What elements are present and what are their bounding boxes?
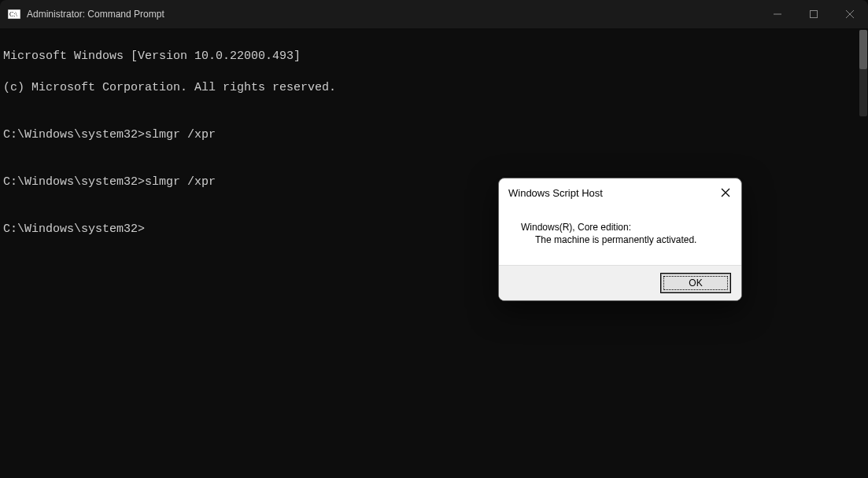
window-title: Administrator: Command Prompt	[27, 9, 164, 20]
terminal-line: Microsoft Windows [Version 10.0.22000.49…	[3, 49, 865, 64]
terminal-line: (c) Microsoft Corporation. All rights re…	[3, 80, 865, 96]
dialog-message-line1: Windows(R), Core edition:	[521, 221, 732, 233]
svg-text:C:\: C:\	[9, 11, 18, 18]
dialog-footer: OK	[499, 265, 741, 300]
maximize-button[interactable]	[796, 0, 832, 28]
dialog-title: Windows Script Host	[508, 187, 603, 199]
cmd-icon: C:\	[8, 8, 20, 20]
minimize-button[interactable]	[759, 0, 796, 28]
dialog-titlebar[interactable]: Windows Script Host	[499, 178, 741, 207]
scrollbar-thumb[interactable]	[859, 30, 867, 69]
svg-rect-3	[811, 11, 818, 18]
dialog-body: Windows(R), Core edition: The machine is…	[499, 207, 741, 265]
script-host-dialog: Windows Script Host Windows(R), Core edi…	[498, 178, 742, 301]
titlebar[interactable]: C:\ Administrator: Command Prompt	[0, 0, 868, 28]
terminal-line: C:\Windows\system32>slmgr /xpr	[3, 127, 865, 143]
window-controls	[759, 0, 868, 28]
ok-button[interactable]: OK	[661, 274, 730, 292]
close-button[interactable]	[832, 0, 868, 28]
dialog-message-line2: The machine is permanently activated.	[521, 233, 732, 246]
dialog-close-button[interactable]	[715, 182, 737, 204]
scrollbar[interactable]	[859, 30, 867, 116]
